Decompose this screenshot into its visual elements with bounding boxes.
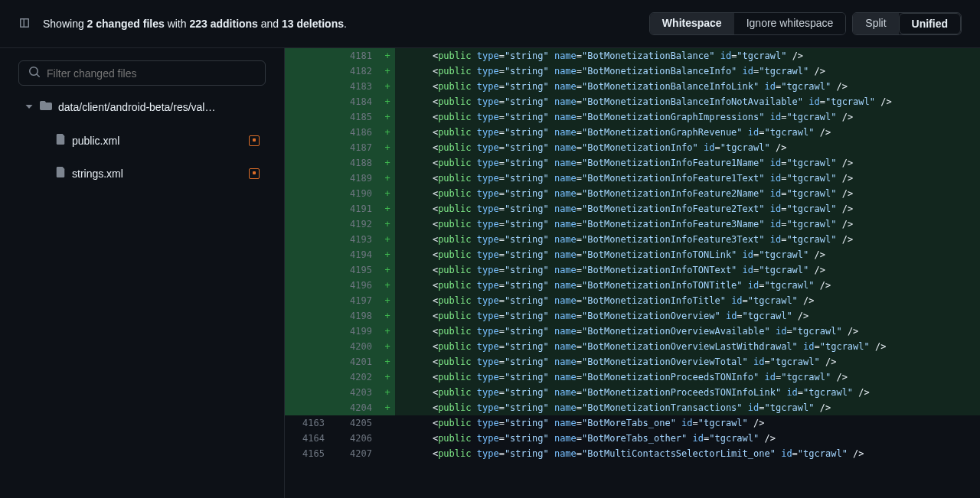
unified-view-button[interactable]: Unified xyxy=(899,13,961,34)
line-number-new: 4188 xyxy=(332,155,380,171)
diff-marker: + xyxy=(380,171,395,186)
diff-summary: Showing 2 changed files with 223 additio… xyxy=(43,18,347,30)
line-number-new: 4206 xyxy=(332,431,380,446)
code-content[interactable]: <public type="string" name="BotMonetizat… xyxy=(395,155,980,171)
line-number-new: 4191 xyxy=(332,201,380,216)
code-content[interactable]: <public type="string" name="BotMonetizat… xyxy=(395,94,980,109)
diff-marker: + xyxy=(380,216,395,232)
diff-line: 4200+ <public type="string" name="BotMon… xyxy=(285,339,980,354)
line-number-old xyxy=(285,94,332,109)
line-number-new: 4200 xyxy=(332,339,380,354)
line-number-old xyxy=(285,308,332,324)
line-number-new: 4202 xyxy=(332,369,380,385)
code-content[interactable]: <public type="string" name="BotMonetizat… xyxy=(395,109,980,125)
diff-line: 4198+ <public type="string" name="BotMon… xyxy=(285,308,980,324)
code-content[interactable]: <public type="string" name="BotMonetizat… xyxy=(395,63,980,79)
diff-marker: + xyxy=(380,155,395,171)
line-number-old xyxy=(285,109,332,125)
header-left: Showing 2 changed files with 223 additio… xyxy=(18,17,347,31)
summary-deletions: 13 deletions xyxy=(282,18,344,30)
code-content[interactable]: <public type="string" name="BotMonetizat… xyxy=(395,400,980,415)
code-content[interactable]: <public type="string" name="BotMonetizat… xyxy=(395,171,980,186)
line-number-old xyxy=(285,232,332,247)
tree-file-label: public.xml xyxy=(72,135,119,147)
line-number-new: 4196 xyxy=(332,278,380,293)
line-number-old xyxy=(285,171,332,186)
diff-marker: + xyxy=(380,354,395,369)
tree-file-label: strings.xml xyxy=(72,168,123,180)
code-content[interactable]: <public type="string" name="BotMonetizat… xyxy=(395,324,980,339)
diff-line: 4192+ <public type="string" name="BotMon… xyxy=(285,216,980,232)
diff-marker: + xyxy=(380,247,395,262)
sidebar-toggle-icon[interactable] xyxy=(18,17,31,31)
line-number-old: 4165 xyxy=(285,446,332,461)
diff-line: 4181+ <public type="string" name="BotMon… xyxy=(285,48,980,63)
filter-files-box[interactable] xyxy=(18,60,266,86)
line-number-new: 4182 xyxy=(332,63,380,79)
diff-line: 4203+ <public type="string" name="BotMon… xyxy=(285,385,980,400)
diff-line: 4202+ <public type="string" name="BotMon… xyxy=(285,369,980,385)
code-content[interactable]: <public type="string" name="BotMoreTabs_… xyxy=(395,415,980,431)
split-view-button[interactable]: Split xyxy=(853,13,898,34)
line-number-new: 4195 xyxy=(332,262,380,278)
diff-line: 4184+ <public type="string" name="BotMon… xyxy=(285,94,980,109)
diff-marker: + xyxy=(380,63,395,79)
summary-files: 2 changed files xyxy=(87,18,165,30)
code-content[interactable]: <public type="string" name="BotMonetizat… xyxy=(395,48,980,63)
line-number-old: 4163 xyxy=(285,415,332,431)
line-number-new: 4198 xyxy=(332,308,380,324)
code-content[interactable]: <public type="string" name="BotMonetizat… xyxy=(395,247,980,262)
diff-marker: + xyxy=(380,324,395,339)
line-number-new: 4181 xyxy=(332,48,380,63)
code-content[interactable]: <public type="string" name="BotMonetizat… xyxy=(395,186,980,201)
diff-line: 41634205 <public type="string" name="Bot… xyxy=(285,415,980,431)
line-number-old xyxy=(285,400,332,415)
code-content[interactable]: <public type="string" name="BotMonetizat… xyxy=(395,79,980,94)
code-content[interactable]: <public type="string" name="BotMonetizat… xyxy=(395,293,980,308)
line-number-old xyxy=(285,186,332,201)
diff-marker: + xyxy=(380,369,395,385)
line-number-old xyxy=(285,63,332,79)
line-number-new: 4189 xyxy=(332,171,380,186)
tree-folder[interactable]: data/client/android-beta/res/val… xyxy=(18,95,266,119)
code-content[interactable]: <public type="string" name="BotMonetizat… xyxy=(395,339,980,354)
summary-suffix: . xyxy=(344,18,347,30)
code-content[interactable]: <public type="string" name="BotMonetizat… xyxy=(395,354,980,369)
whitespace-ignore-button[interactable]: Ignore whitespace xyxy=(734,13,846,34)
code-content[interactable]: <public type="string" name="BotMonetizat… xyxy=(395,308,980,324)
tree-file-item[interactable]: strings.xml xyxy=(49,162,266,184)
diff-marker: + xyxy=(380,400,395,415)
code-content[interactable]: <public type="string" name="BotMonetizat… xyxy=(395,125,980,140)
code-content[interactable]: <public type="string" name="BotMonetizat… xyxy=(395,262,980,278)
diff-line: 4201+ <public type="string" name="BotMon… xyxy=(285,354,980,369)
code-content[interactable]: <public type="string" name="BotMonetizat… xyxy=(395,278,980,293)
diff-marker xyxy=(380,431,395,446)
line-number-new: 4186 xyxy=(332,125,380,140)
diff-line: 4182+ <public type="string" name="BotMon… xyxy=(285,63,980,79)
line-number-old xyxy=(285,278,332,293)
line-number-old xyxy=(285,339,332,354)
filter-files-input[interactable] xyxy=(47,67,256,80)
code-content[interactable]: <public type="string" name="BotMonetizat… xyxy=(395,216,980,232)
code-content[interactable]: <public type="string" name="BotMonetizat… xyxy=(395,140,980,155)
tree-folder-label: data/client/android-beta/res/val… xyxy=(58,101,215,113)
line-number-new: 4190 xyxy=(332,186,380,201)
chevron-down-icon xyxy=(24,101,34,113)
view-toggle: Split Unified xyxy=(852,12,962,35)
code-content[interactable]: <public type="string" name="BotMonetizat… xyxy=(395,232,980,247)
diff-view[interactable]: 4181+ <public type="string" name="BotMon… xyxy=(285,48,980,498)
modified-icon xyxy=(249,135,260,146)
diff-marker: + xyxy=(380,186,395,201)
tree-file-item[interactable]: public.xml xyxy=(49,129,266,151)
code-content[interactable]: <public type="string" name="BotMultiCont… xyxy=(395,446,980,461)
code-content[interactable]: <public type="string" name="BotMonetizat… xyxy=(395,201,980,216)
diff-marker: + xyxy=(380,79,395,94)
line-number-new: 4203 xyxy=(332,385,380,400)
line-number-old xyxy=(285,201,332,216)
code-content[interactable]: <public type="string" name="BotMonetizat… xyxy=(395,369,980,385)
whitespace-show-button[interactable]: Whitespace xyxy=(650,13,734,34)
diff-line: 4196+ <public type="string" name="BotMon… xyxy=(285,278,980,293)
code-content[interactable]: <public type="string" name="BotMoreTabs_… xyxy=(395,431,980,446)
code-content[interactable]: <public type="string" name="BotMonetizat… xyxy=(395,385,980,400)
line-number-new: 4197 xyxy=(332,293,380,308)
